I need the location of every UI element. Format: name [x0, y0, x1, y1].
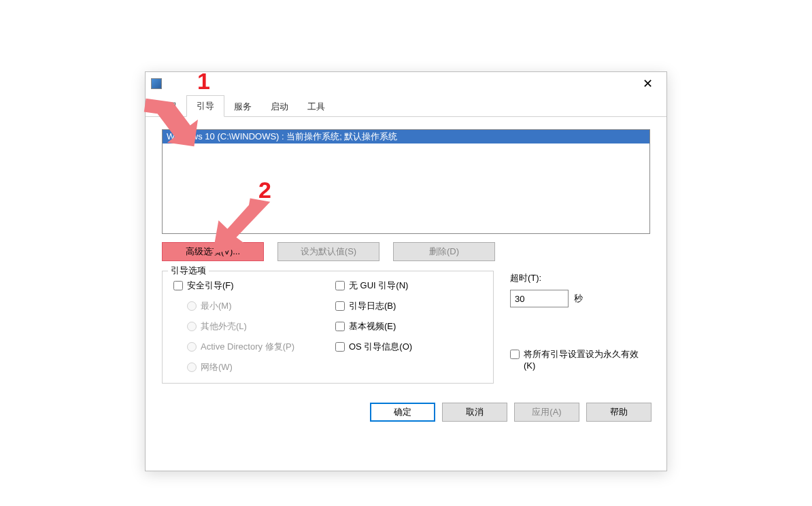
dialog-button-row: 确定 取消 应用(A) 帮助 [146, 393, 666, 431]
timeout-input[interactable] [510, 290, 569, 307]
tab-general[interactable]: 常规 [150, 97, 186, 117]
help-button[interactable]: 帮助 [586, 403, 652, 422]
os-boot-info-label: OS 引导信息(O) [349, 341, 412, 353]
os-list-item[interactable]: Windows 10 (C:\WINDOWS) : 当前操作系统; 默认操作系统 [163, 130, 649, 144]
permanent-checkbox[interactable] [510, 350, 520, 359]
ok-button[interactable]: 确定 [370, 403, 435, 422]
apply-button: 应用(A) [514, 403, 579, 422]
app-icon [151, 78, 162, 89]
boot-options-layout: 引导选项 安全引导(F) 最小(M) 其他外壳(L) [162, 271, 650, 384]
boot-options-legend: 引导选项 [168, 265, 209, 277]
boot-log-checkbox-row: 引导日志(B) [335, 300, 412, 312]
tab-tools[interactable]: 工具 [298, 97, 335, 117]
os-boot-info-checkbox[interactable] [335, 342, 345, 352]
no-gui-checkbox[interactable] [335, 281, 345, 290]
no-gui-label: 无 GUI 引导(N) [349, 280, 408, 292]
alt-shell-radio [187, 322, 197, 331]
no-gui-checkbox-row: 无 GUI 引导(N) [335, 280, 412, 292]
os-boot-info-checkbox-row: OS 引导信息(O) [335, 341, 412, 353]
minimal-radio [187, 301, 197, 311]
base-video-checkbox-row: 基本视频(E) [335, 320, 412, 333]
delete-button: 删除(D) [393, 242, 495, 261]
permanent-checkbox-row: 将所有引导设置设为永久有效(K) [510, 348, 650, 371]
msconfig-dialog: ✕ 常规 引导 服务 启动 工具 Windows 10 (C:\WINDOWS)… [145, 71, 667, 471]
boot-options-fieldset: 引导选项 安全引导(F) 最小(M) 其他外壳(L) [162, 271, 494, 384]
tab-startup[interactable]: 启动 [261, 97, 298, 117]
network-label: 网络(W) [201, 361, 233, 373]
boot-log-checkbox[interactable] [335, 301, 345, 311]
ad-repair-radio-row: Active Directory 修复(P) [187, 341, 294, 353]
tabstrip: 常规 引导 服务 启动 工具 [146, 95, 666, 117]
safe-boot-checkbox-row: 安全引导(F) [173, 280, 294, 292]
permanent-label: 将所有引导设置设为永久有效(K) [524, 348, 650, 371]
minimal-label: 最小(M) [201, 300, 232, 312]
set-default-button: 设为默认值(S) [277, 242, 379, 261]
advanced-options-button[interactable]: 高级选项(V)... [162, 242, 264, 261]
minimal-radio-row: 最小(M) [187, 300, 294, 312]
tab-services[interactable]: 服务 [224, 97, 261, 117]
timeout-column: 超时(T): 秒 将所有引导设置设为永久有效(K) [510, 271, 650, 384]
timeout-label: 超时(T): [510, 272, 650, 284]
os-listbox[interactable]: Windows 10 (C:\WINDOWS) : 当前操作系统; 默认操作系统 [162, 129, 650, 234]
timeout-unit: 秒 [574, 292, 583, 305]
boot-log-label: 引导日志(B) [349, 300, 396, 312]
ad-repair-label: Active Directory 修复(P) [201, 341, 294, 353]
network-radio [187, 362, 197, 372]
timeout-row: 秒 [510, 290, 650, 307]
cancel-button[interactable]: 取消 [442, 403, 507, 422]
alt-shell-radio-row: 其他外壳(L) [187, 320, 294, 333]
tab-content-boot: Windows 10 (C:\WINDOWS) : 当前操作系统; 默认操作系统… [146, 117, 666, 393]
tab-boot[interactable]: 引导 [186, 95, 224, 117]
safe-boot-label: 安全引导(F) [187, 280, 234, 292]
ad-repair-radio [187, 342, 197, 352]
safe-boot-checkbox[interactable] [173, 281, 183, 290]
base-video-label: 基本视频(E) [349, 320, 396, 333]
base-video-checkbox[interactable] [335, 322, 345, 331]
alt-shell-label: 其他外壳(L) [201, 320, 247, 333]
close-icon[interactable]: ✕ [636, 73, 660, 94]
titlebar: ✕ [146, 72, 666, 95]
mid-button-row: 高级选项(V)... 设为默认值(S) 删除(D) [162, 242, 650, 261]
network-radio-row: 网络(W) [187, 361, 294, 373]
